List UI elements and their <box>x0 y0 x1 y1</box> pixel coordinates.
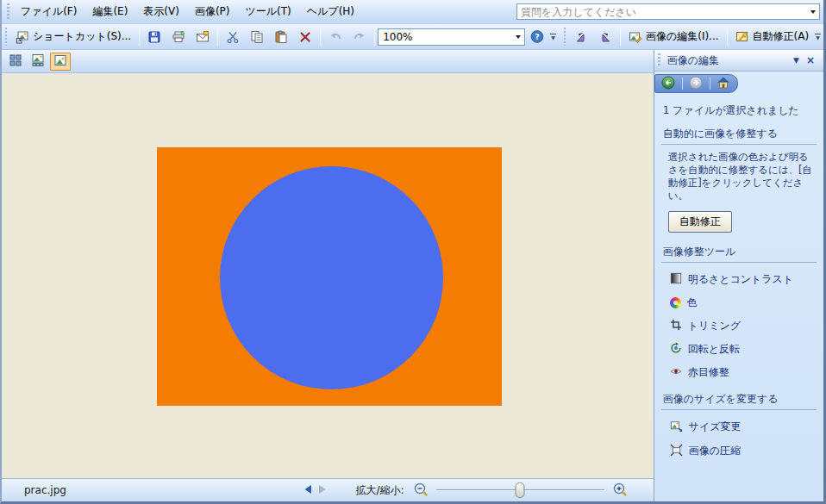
color-link[interactable]: 色 <box>661 292 817 314</box>
next-image-button[interactable] <box>318 484 327 497</box>
zoom-out-button[interactable] <box>413 482 429 500</box>
autocorrect-description: 選択された画像の色および明るさを自動的に修整するには、[自動修正]をクリックして… <box>668 151 815 202</box>
send-mail-button[interactable] <box>191 28 215 47</box>
standard-toolbar: ショートカット(S)... <box>2 24 823 50</box>
redo-button[interactable] <box>347 28 372 47</box>
nav-separator <box>710 78 710 90</box>
color-icon <box>670 297 681 308</box>
back-button[interactable] <box>661 76 675 92</box>
taskpane-title: 画像の編集 <box>667 53 790 68</box>
zoom-slider-thumb[interactable] <box>516 482 525 498</box>
edit-pictures-button[interactable]: 画像の編集(I)... <box>623 27 724 47</box>
toolbar-drag-handle[interactable] <box>5 28 7 45</box>
rotate-left-icon <box>574 30 588 44</box>
resize-icon <box>670 420 683 435</box>
compress-label: 画像の圧縮 <box>689 444 741 458</box>
red-eye-label: 赤目修整 <box>688 365 729 380</box>
chevron-down-icon[interactable] <box>511 35 524 39</box>
crop-icon <box>670 319 682 333</box>
svg-text:?: ? <box>535 32 540 41</box>
shortcut-button[interactable]: ショートカット(S)... <box>10 27 136 47</box>
taskpane-title-bar: 画像の編集 ▼ × <box>654 50 823 72</box>
rotate-flip-label: 回転と反転 <box>688 342 740 357</box>
copy-icon <box>250 30 264 44</box>
taskpane-menu-chevron-icon[interactable]: ▼ <box>790 56 803 65</box>
brightness-contrast-icon <box>670 272 682 287</box>
autocorrect-button[interactable]: 自動修正(A) <box>730 27 815 47</box>
resize-link[interactable]: サイズ変更 <box>661 416 817 439</box>
menu-tools[interactable]: ツール(T) <box>238 1 299 22</box>
previous-image-button[interactable] <box>303 484 312 497</box>
home-button[interactable] <box>716 76 730 92</box>
zoom-value: 100% <box>379 31 511 43</box>
filmstrip-view-icon <box>31 53 45 70</box>
menu-help[interactable]: ヘルプ(H) <box>299 1 362 22</box>
save-icon <box>147 30 161 44</box>
toolbar-separator <box>139 28 140 45</box>
toolbar-options-button[interactable]: ▼ <box>549 34 557 40</box>
toolbar-drag-handle[interactable] <box>7 3 9 20</box>
image-canvas <box>2 73 654 478</box>
redo-icon <box>353 30 366 44</box>
rotate-right-button[interactable] <box>593 28 617 47</box>
zoom-in-button[interactable] <box>612 482 628 500</box>
undo-icon <box>329 30 342 44</box>
mail-icon <box>196 30 210 44</box>
cut-button[interactable] <box>221 28 245 47</box>
rotate-left-button[interactable] <box>569 28 593 47</box>
nav-separator <box>682 78 683 90</box>
menu-bar: ファイル(F) 編集(E) 表示(V) 画像(P) ツール(T) ヘルプ(H) <box>2 0 823 24</box>
toolbar-separator <box>620 28 621 45</box>
toolbar-separator <box>727 28 728 45</box>
red-eye-icon <box>670 365 682 380</box>
filmstrip-view-button[interactable] <box>28 53 48 71</box>
print-button[interactable] <box>166 28 191 47</box>
rotate-flip-link[interactable]: 回転と反転 <box>661 339 817 360</box>
picture-blue-circle <box>220 166 443 389</box>
toolbar-options-button[interactable]: ▼ <box>814 34 822 40</box>
thumbnail-view-button[interactable] <box>5 53 26 71</box>
help-question-input[interactable] <box>517 6 806 18</box>
status-bar: prac.jpg 拡大/縮小: <box>2 478 654 501</box>
delete-button[interactable] <box>293 28 317 47</box>
taskpane-nav-bar <box>654 72 823 95</box>
autocorrect-action-button[interactable]: 自動修正 <box>668 211 732 233</box>
compress-link[interactable]: 画像の圧縮 <box>661 440 817 463</box>
chevron-down-icon[interactable] <box>806 10 819 14</box>
brightness-contrast-label: 明るさとコントラスト <box>688 272 794 287</box>
toolbar-drag-handle[interactable] <box>564 28 566 45</box>
delete-x-icon <box>298 30 312 44</box>
menu-file[interactable]: ファイル(F) <box>13 1 84 22</box>
help-question-combobox[interactable] <box>516 3 820 20</box>
compress-icon <box>670 444 683 459</box>
help-button[interactable]: ? <box>525 28 549 47</box>
single-image-view-icon <box>53 53 67 70</box>
copy-button[interactable] <box>245 28 269 47</box>
zoom-slider-track[interactable] <box>436 489 604 491</box>
menu-view[interactable]: 表示(V) <box>135 1 187 22</box>
filename-label: prac.jpg <box>24 484 66 496</box>
picture-orange-rectangle[interactable] <box>157 147 502 406</box>
help-icon: ? <box>530 30 544 44</box>
save-button[interactable] <box>142 28 166 47</box>
edit-picture-icon <box>629 30 642 44</box>
rotate-flip-icon <box>670 342 682 357</box>
edit-pictures-taskpane: 画像の編集 ▼ × <box>654 50 823 501</box>
shortcut-button-label: ショートカット(S)... <box>33 29 131 44</box>
resize-label: サイズ変更 <box>689 420 742 434</box>
undo-button[interactable] <box>323 28 347 47</box>
paste-icon <box>274 30 288 44</box>
menu-edit[interactable]: 編集(E) <box>84 1 135 22</box>
paste-button[interactable] <box>269 28 293 47</box>
zoom-combobox[interactable]: 100% <box>378 28 525 46</box>
crop-link[interactable]: トリミング <box>661 315 817 337</box>
menu-picture[interactable]: 画像(P) <box>187 1 238 22</box>
brightness-contrast-link[interactable]: 明るさとコントラスト <box>661 269 817 290</box>
toolbar-separator <box>217 28 218 45</box>
red-eye-link[interactable]: 赤目修整 <box>661 362 817 383</box>
taskpane-drag-handle[interactable] <box>658 53 660 68</box>
forward-button[interactable] <box>689 76 703 92</box>
taskpane-close-icon[interactable]: × <box>803 54 818 66</box>
single-image-view-button[interactable] <box>50 53 71 71</box>
taskpane-body: 1 ファイルが選択されました 自動的に画像を修整する 選択された画像の色および明… <box>654 95 823 501</box>
